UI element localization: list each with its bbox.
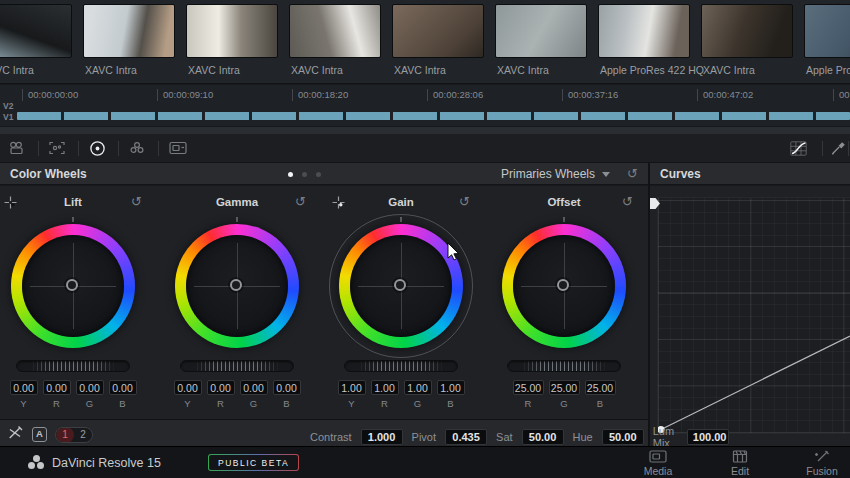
timeline-clip[interactable]: XAVC Intra	[701, 4, 793, 80]
custom-curves-icon[interactable]	[788, 139, 808, 157]
offset-master-wheel[interactable]	[507, 360, 621, 372]
clip-codec-label: XAVC Intra	[703, 64, 755, 76]
wheel-reset-icon[interactable]	[131, 195, 142, 208]
lum-mix-value[interactable]: 100.00	[687, 429, 729, 445]
gain-color-wheel[interactable]	[339, 224, 463, 348]
panel-page-dot[interactable]	[302, 172, 307, 177]
adjustment-label: Sat	[496, 431, 513, 443]
lift-g-value[interactable]: 0.00	[76, 380, 104, 395]
timeline-clip[interactable]: XAVC Intra	[392, 4, 484, 80]
wheel-reset-icon[interactable]	[622, 195, 633, 208]
channel-label: G	[404, 398, 432, 409]
gamma-b-value[interactable]: 0.00	[273, 380, 301, 395]
toolbar-divider	[38, 141, 39, 156]
clip-thumbnail	[186, 4, 278, 58]
offset-color-wheel[interactable]	[502, 224, 626, 348]
wheel-reset-icon[interactable]	[295, 195, 306, 208]
channel-label: Y	[174, 398, 202, 409]
channel-label: Y	[338, 398, 366, 409]
curve-line[interactable]	[658, 198, 850, 433]
motion-effects-icon[interactable]	[168, 139, 188, 157]
gamma-y-value[interactable]: 0.00	[174, 380, 202, 395]
nav-label: Fusion	[787, 465, 850, 477]
timeline-clip[interactable]: XAVC Intra	[186, 4, 278, 80]
clip-thumbnail	[289, 4, 381, 58]
toolbar-divider	[158, 141, 159, 156]
mouse-cursor	[447, 242, 461, 266]
sat-value[interactable]: 50.00	[522, 429, 564, 445]
wheel-center-indicator[interactable]	[557, 279, 569, 291]
gamma-color-wheel[interactable]	[175, 224, 299, 348]
timeline-clip[interactable]: XAVC Intra	[289, 4, 381, 80]
pivot-value[interactable]: 0.435	[445, 429, 487, 445]
clip-codec-label: XAVC Intra	[188, 64, 240, 76]
gain-g-value[interactable]: 1.00	[404, 380, 432, 395]
offset-r-value[interactable]: 25.00	[513, 380, 544, 395]
wheel-name: Gain	[328, 196, 474, 208]
nav-edit-page[interactable]: Edit	[705, 450, 775, 477]
gamma-g-value[interactable]: 0.00	[240, 380, 268, 395]
white-balance-picker-icon[interactable]	[8, 425, 24, 444]
nav-media-page[interactable]: Media	[623, 450, 693, 477]
gamma-r-value[interactable]: 0.00	[207, 380, 235, 395]
offset-b-value[interactable]: 25.00	[585, 380, 616, 395]
target-crosshair-icon[interactable]	[332, 195, 345, 213]
contrast-value[interactable]: 1.000	[361, 429, 403, 445]
timeline-clip[interactable]: XAVC Intra	[83, 4, 175, 80]
channel-label: B	[585, 398, 616, 409]
wheel-name: Offset	[491, 196, 637, 208]
clip-thumbnail	[83, 4, 175, 58]
wheel-center-indicator[interactable]	[230, 279, 242, 291]
panel-page-dot[interactable]	[316, 172, 321, 177]
gain-b-value[interactable]: 1.00	[437, 380, 465, 395]
gamma-master-wheel[interactable]	[180, 360, 294, 372]
curves-panel	[650, 186, 850, 446]
lift-color-wheel[interactable]	[11, 224, 135, 348]
clip-codec-label: Apple ProRes 422 HQ	[600, 64, 704, 76]
auto-balance-button[interactable]: A	[32, 427, 47, 442]
wheel-center-indicator[interactable]	[394, 279, 406, 291]
wheel-page-1[interactable]: 1	[56, 427, 74, 443]
channel-label: B	[273, 398, 301, 409]
timeline-clip[interactable]: XAVC Intra	[495, 4, 587, 80]
page-navigation-bar: DaVinci Resolve 15 PUBLIC BETA Media Edi…	[0, 446, 850, 478]
panel-reset-icon[interactable]	[627, 167, 638, 180]
toolbar-divider	[848, 141, 849, 156]
lift-y-value[interactable]: 0.00	[10, 380, 38, 395]
timeline-ruler[interactable]: 00:00:00:00 00:00:09:10 00:00:18:20 00:0…	[0, 85, 850, 126]
rgb-mixer-icon[interactable]	[127, 139, 147, 157]
wheel-reset-icon[interactable]	[459, 195, 470, 208]
timecode: 00:0	[833, 89, 850, 101]
color-wheels-icon[interactable]	[87, 139, 107, 157]
wheel-page-toggle[interactable]: 1 2	[55, 427, 93, 443]
lift-b-value[interactable]: 0.00	[109, 380, 137, 395]
camera-raw-icon[interactable]	[6, 139, 26, 157]
hue-value[interactable]: 50.00	[602, 429, 644, 445]
gain-master-wheel[interactable]	[344, 360, 458, 372]
timeline-clip[interactable]: Apple ProRes 422 HQ	[598, 4, 690, 80]
panel-page-dot-active[interactable]	[288, 172, 293, 177]
qualifier-icon[interactable]	[828, 139, 848, 157]
wheel-mode-label: Primaries Wheels	[501, 167, 595, 181]
offset-g-value[interactable]: 25.00	[549, 380, 580, 395]
wheel-center-indicator[interactable]	[66, 279, 78, 291]
channel-label: R	[513, 398, 544, 409]
wheel-page-2[interactable]: 2	[74, 427, 92, 443]
timeline-clip[interactable]: Apple ProRes 422 HQ	[804, 4, 850, 80]
timecode: 00:00:18:20	[292, 89, 348, 101]
lift-r-value[interactable]: 0.00	[43, 380, 71, 395]
timeline-scrollbar[interactable]	[0, 126, 850, 134]
gain-y-value[interactable]: 1.00	[338, 380, 366, 395]
timeline-clip[interactable]: XAVC Intra	[0, 4, 72, 80]
timeline-clips-bar[interactable]	[17, 112, 850, 120]
channel-label: G	[76, 398, 104, 409]
lift-wheel-section: Lift 0.00 0.00 0.00 0.00 Y R G B	[0, 186, 146, 409]
color-match-icon[interactable]	[47, 139, 67, 157]
target-crosshair-icon[interactable]	[4, 195, 17, 213]
nav-fusion-page[interactable]: Fusion	[787, 450, 850, 477]
lift-master-wheel[interactable]	[16, 360, 130, 372]
wheel-mode-selector[interactable]: Primaries Wheels	[501, 163, 610, 185]
wheel-name: Lift	[0, 196, 146, 208]
davinci-resolve-logo	[28, 455, 44, 470]
gain-r-value[interactable]: 1.00	[371, 380, 399, 395]
